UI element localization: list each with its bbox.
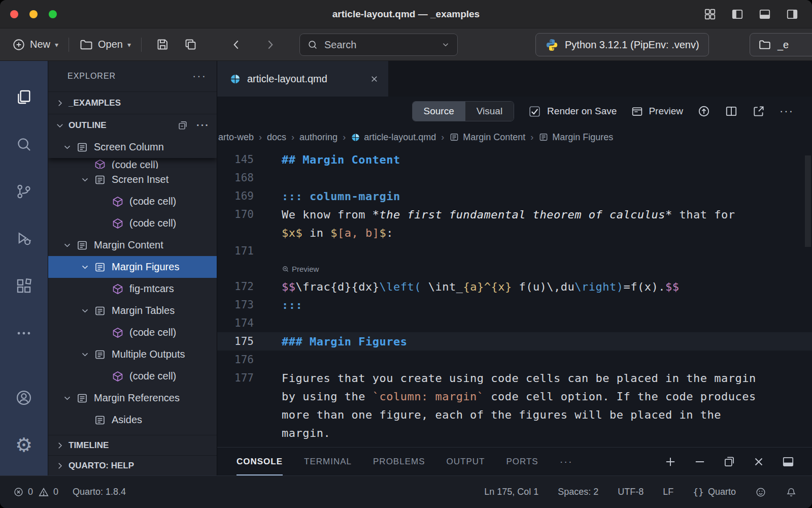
chevron-down-icon[interactable] [76,175,94,184]
open-button[interactable]: Open ▾ [76,38,134,52]
run-debug-icon[interactable] [0,215,48,262]
outline-item-code-cell[interactable]: (code cell) [48,212,217,234]
save-all-icon[interactable] [177,38,205,51]
breadcrumb-item-section[interactable]: Margin Figures [538,132,613,143]
breadcrumb-item-section[interactable]: Margin Content [449,132,525,143]
outline-item-code-cell[interactable]: (code cell) [48,365,217,387]
errors-status[interactable]: 0 [13,487,33,497]
explorer-title: EXPLORER [67,72,116,81]
source-control-icon[interactable] [0,168,48,215]
explorer-more-icon[interactable]: ··· [192,70,207,83]
section-outline[interactable]: OUTLINE ··· [48,114,217,136]
outline-item-margin-figures[interactable]: Margin Figures [48,256,217,278]
breadcrumb-item[interactable]: docs [267,132,286,143]
math-preview-button[interactable]: Preview [282,265,319,273]
workspace-button[interactable]: _e [750,33,812,56]
section-quarto-help[interactable]: QUARTO: HELP [48,455,217,475]
forward-icon[interactable] [253,38,287,51]
section-symbol-icon [538,132,549,142]
source-mode-button[interactable]: Source [413,102,465,121]
panel-tab-ports[interactable]: PORTS [506,448,538,475]
panel-tab-output[interactable]: OUTPUT [447,448,485,475]
outline-item-multiple-outputs[interactable]: Multiple Outputs [48,343,217,365]
chevron-down-icon[interactable] [58,143,76,151]
chevron-down-icon[interactable] [58,241,76,249]
outline-more-icon[interactable]: ··· [196,119,210,131]
publish-icon[interactable] [697,105,710,118]
current-line[interactable]: 175### Margin Figures [217,332,812,351]
indentation-status[interactable]: Spaces: 2 [558,487,598,497]
chevron-down-icon[interactable] [441,40,450,49]
outline-item-screen-inset[interactable]: Screen Inset [48,169,217,190]
explorer-activity-icon[interactable] [0,73,48,120]
panel-layout-icon[interactable] [782,455,795,468]
outline-item-code-cell[interactable]: (code cell) [48,190,217,212]
feedback-smiley-icon[interactable] [755,487,766,498]
tab-article-layout[interactable]: article-layout.qmd [217,61,388,97]
chevron-down-icon[interactable] [76,306,94,315]
close-tab-icon[interactable] [369,74,379,84]
section-symbol-icon [94,174,107,186]
warnings-status[interactable]: 0 [38,487,58,498]
toggle-left-sidebar-icon[interactable] [731,8,744,21]
split-editor-icon[interactable] [725,105,738,118]
toolbar-divider [141,38,142,52]
breadcrumb-item[interactable]: arto-web [218,132,254,143]
settings-gear-icon[interactable]: ⚙ [0,421,48,468]
outline-item-margin-content[interactable]: Margin Content [48,234,217,256]
code-cell-icon [112,370,125,383]
more-actions-icon[interactable] [0,309,48,357]
section-examples[interactable]: _EXAMPLES [48,91,217,114]
extensions-icon[interactable] [0,262,48,309]
outline-item-margin-references[interactable]: Margin References [48,387,217,409]
chevron-down-icon[interactable] [58,394,76,402]
chevron-down-icon[interactable] [76,350,94,359]
breadcrumb-item-file[interactable]: article-layout.qmd [351,132,436,143]
visual-mode-button[interactable]: Visual [465,102,514,121]
toolbar-divider [69,38,69,52]
panel-tab-problems[interactable]: PROBLEMS [373,448,425,475]
outline-item-code-cell[interactable]: (code cell) [48,158,217,169]
outline-item-asides[interactable]: Asides [48,409,217,431]
customize-layout-icon[interactable] [703,8,717,21]
panel-more-icon[interactable]: ··· [560,456,573,467]
encoding-status[interactable]: UTF-8 [618,487,644,497]
cursor-position-status[interactable]: Ln 175, Col 1 [484,487,538,497]
preview-button[interactable]: Preview [631,105,683,118]
account-icon[interactable] [0,374,48,421]
outline-item-code-cell[interactable]: (code cell) [48,322,217,343]
new-console-plus-icon[interactable] [664,455,677,468]
toggle-right-sidebar-icon[interactable] [786,8,799,21]
open-in-new-window-icon[interactable] [752,105,765,118]
quarto-version-status[interactable]: Quarto: 1.8.4 [73,487,126,497]
language-mode-status[interactable]: {} Quarto [693,487,736,497]
close-panel-icon[interactable] [752,455,765,468]
toggle-panel-icon[interactable] [758,8,771,21]
search-input[interactable]: Search [299,34,458,56]
new-button[interactable]: New ▾ [9,38,61,51]
editor-more-actions-icon[interactable]: ··· [780,105,794,118]
panel-tab-console[interactable]: CONSOLE [236,448,283,475]
chevron-right-icon: › [259,132,262,143]
minimize-panel-icon[interactable] [693,455,706,468]
outline-item-screen-column[interactable]: Screen Column [48,136,217,158]
outline-item-fig-mtcars[interactable]: fig-mtcars [48,278,217,300]
save-icon[interactable] [149,38,177,51]
collapse-all-icon[interactable] [177,120,188,131]
editor-scrollbar[interactable] [805,155,811,247]
section-symbol-icon [94,305,107,317]
render-on-save-checkbox[interactable]: Render on Save [528,105,617,118]
back-icon[interactable] [220,38,253,51]
restore-panel-icon[interactable] [723,455,736,468]
section-timeline[interactable]: TIMELINE [48,435,217,455]
panel-tab-terminal[interactable]: TERMINAL [304,448,352,475]
search-activity-icon[interactable] [0,120,48,168]
code-editor[interactable]: 145## Margin Content 168 169::: column-m… [217,148,812,447]
breadcrumb-item[interactable]: authoring [299,132,337,143]
eol-status[interactable]: LF [663,487,673,497]
tab-bar: article-layout.qmd [217,61,812,97]
interpreter-selector-button[interactable]: Python 3.12.1 (PipEnv: .venv) [535,33,709,56]
outline-item-margin-tables[interactable]: Margin Tables [48,300,217,322]
notifications-bell-icon[interactable] [786,487,797,498]
chevron-down-icon[interactable] [76,263,94,271]
